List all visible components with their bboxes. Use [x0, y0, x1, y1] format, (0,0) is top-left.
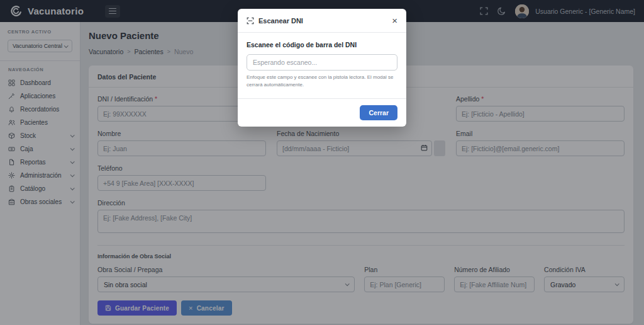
escanear-dni-modal: Escanear DNI × Escanee el código de barr… [238, 9, 406, 127]
scan-helper-text: Enfoque este campo y escanee con la pist… [247, 74, 397, 96]
scan-input[interactable] [247, 54, 397, 71]
modal-close-button[interactable]: × [392, 16, 397, 25]
scan-instruction-label: Escanee el código de barra del DNI [247, 41, 397, 48]
scan-barcode-icon [247, 17, 254, 25]
cerrar-button[interactable]: Cerrar [360, 105, 397, 120]
modal-title: Escanear DNI [258, 17, 303, 25]
